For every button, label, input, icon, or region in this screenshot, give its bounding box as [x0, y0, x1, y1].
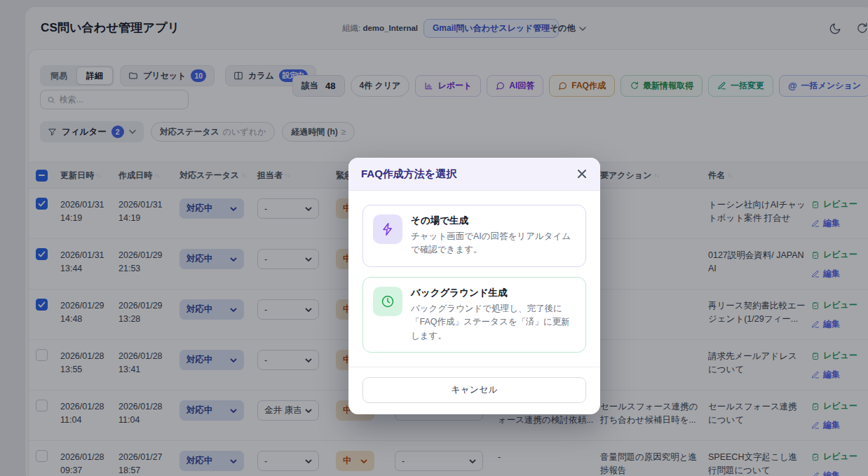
faq-method-modal: FAQ作成方法を選択 その場で生成 チャット画面でAIの回答をリアルタイムで確認…: [348, 158, 600, 414]
cancel-button[interactable]: キャンセル: [362, 377, 586, 403]
option-description: チャット画面でAIの回答をリアルタイムで確認できます。: [411, 230, 576, 257]
option-description: バックグラウンドで処理し、完了後に「FAQ作成」ステータスを「済」に更新します。: [411, 302, 576, 343]
clock-icon: [373, 287, 402, 316]
modal-header: FAQ作成方法を選択: [348, 158, 600, 191]
option-title: その場で生成: [411, 215, 576, 227]
lightning-icon: [373, 215, 402, 244]
modal-body: その場で生成 チャット画面でAIの回答をリアルタイムで確認できます。 バックグラ…: [348, 191, 600, 367]
option-generate-inline[interactable]: その場で生成 チャット画面でAIの回答をリアルタイムで確認できます。: [362, 205, 586, 267]
option-generate-background[interactable]: バックグラウンド生成 バックグラウンドで処理し、完了後に「FAQ作成」ステータス…: [362, 277, 586, 353]
modal-title: FAQ作成方法を選択: [361, 168, 456, 181]
close-icon[interactable]: [576, 168, 588, 179]
modal-footer: キャンセル: [348, 367, 600, 414]
option-title: バックグラウンド生成: [411, 287, 576, 299]
